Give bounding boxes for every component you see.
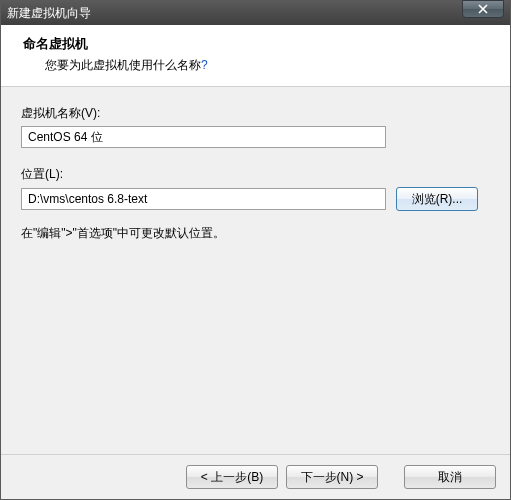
titlebar[interactable]: 新建虚拟机向导 (1, 1, 510, 25)
header-subtitle-qmark: ? (201, 58, 208, 72)
wizard-footer: < 上一步(B) 下一步(N) > 取消 (1, 454, 510, 499)
next-button[interactable]: 下一步(N) > (286, 465, 378, 489)
browse-button[interactable]: 浏览(R)... (396, 187, 478, 211)
back-button[interactable]: < 上一步(B) (186, 465, 278, 489)
window-title: 新建虚拟机向导 (7, 5, 504, 22)
close-button[interactable] (462, 0, 504, 18)
header-subtitle-text: 您要为此虚拟机使用什么名称 (45, 58, 201, 72)
new-vm-wizard-dialog: 新建虚拟机向导 命名虚拟机 您要为此虚拟机使用什么名称? 虚拟机名称(V): 位… (0, 0, 511, 500)
location-input[interactable] (21, 188, 386, 210)
wizard-header: 命名虚拟机 您要为此虚拟机使用什么名称? (1, 25, 510, 87)
header-subtitle: 您要为此虚拟机使用什么名称? (45, 57, 494, 74)
cancel-button[interactable]: 取消 (404, 465, 496, 489)
location-label: 位置(L): (21, 166, 490, 183)
close-icon (478, 4, 488, 14)
vm-name-label: 虚拟机名称(V): (21, 105, 490, 122)
default-location-hint: 在"编辑">"首选项"中可更改默认位置。 (21, 225, 490, 242)
vm-name-input[interactable] (21, 126, 386, 148)
header-title: 命名虚拟机 (23, 35, 494, 53)
wizard-content: 虚拟机名称(V): 位置(L): 浏览(R)... 在"编辑">"首选项"中可更… (1, 87, 510, 454)
